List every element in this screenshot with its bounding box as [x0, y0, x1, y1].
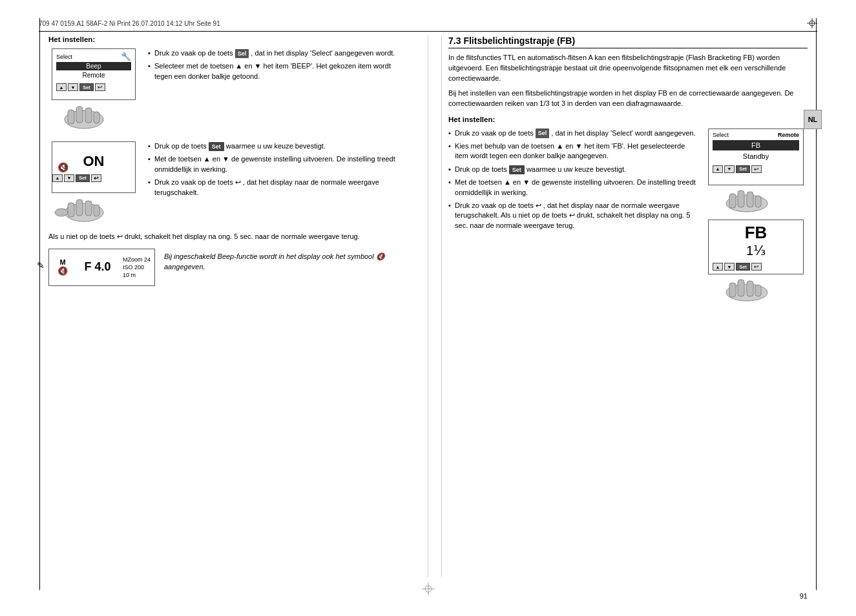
bullet-list-2: Druk op de toets Set waarmee u uw keuze …	[148, 141, 405, 198]
fb-sub-text: 1⅓	[746, 243, 766, 258]
set-btn[interactable]: Set	[79, 83, 94, 91]
bullet-list-1: Druk zo vaak op de toets Sel , dat in he…	[148, 48, 405, 81]
display-select-label: Select	[56, 54, 72, 60]
up-btn-r2[interactable]: ▲	[713, 263, 723, 271]
right-text-col: Druk zo vaak op de toets Sel , dat in he…	[448, 128, 698, 238]
right-section-title: Het instellen:	[448, 116, 808, 123]
note-icon: ✎	[37, 260, 45, 271]
bullet-2-1: Druk op de toets Set waarmee u uw keuze …	[148, 141, 405, 151]
svg-rect-17	[747, 192, 753, 207]
right-section-heading: 7.3 Flitsbelichtingstrapje (FB)	[448, 36, 808, 48]
speaker-icon: 🔇	[57, 162, 68, 172]
right-bullet-1: Druk zo vaak op de toets Sel , dat in he…	[448, 128, 698, 138]
note-italic-text: Bij ingeschakeld Beep-functie wordt in h…	[164, 252, 405, 272]
display-beep-icon: 🔧	[121, 52, 131, 61]
device-diagram-2: 🔇 ON ▲ ▼ Set ↩	[48, 141, 139, 225]
up-arrow-btn-2[interactable]: ▲	[52, 174, 63, 182]
display-beep-item: Beep	[56, 62, 131, 70]
section-number: 7.3 Flitsbelichtingstrapje (FB)	[448, 36, 575, 46]
bullet-1-2: Selecteer met de toetsen ▲ en ▼ het item…	[148, 61, 405, 81]
header-bar: 709 47 0159.A1 58AF-2 Ni Print 26.07.201…	[39, 18, 817, 32]
f40-m-label: M	[59, 258, 65, 266]
right-inner-layout: Druk zo vaak op de toets Sel , dat in he…	[448, 128, 808, 303]
main-content: Het instellen: Select 🔧 Beep Remote ▲	[48, 36, 808, 577]
hand-drawing-r1	[708, 185, 804, 214]
left-bullets-1: Druk zo vaak op de toets Sel , dat in he…	[148, 48, 405, 88]
page-number: 91	[800, 592, 808, 600]
italic-note: Bij ingeschakeld Beep-functie wordt in h…	[164, 249, 405, 272]
up-arrow-btn[interactable]: ▲	[56, 83, 67, 91]
fb-big-text: FB	[745, 223, 767, 243]
display-fb-value: FB 1⅓ ▲ ▼ Set ↩	[708, 220, 804, 274]
f40-speaker: 🔇	[57, 266, 68, 276]
down-btn-r1[interactable]: ▼	[724, 165, 735, 173]
bullet-1-1: Druk zo vaak op de toets Sel , dat in he…	[148, 48, 405, 58]
svg-rect-20	[729, 283, 736, 297]
svg-rect-22	[747, 281, 753, 296]
device-diagram-right-2: FB 1⅓ ▲ ▼ Set ↩	[708, 220, 804, 303]
right-bullet-list: Druk zo vaak op de toets Sel , dat in he…	[448, 128, 698, 231]
svg-rect-16	[738, 190, 744, 207]
down-btn-r2[interactable]: ▼	[724, 263, 735, 271]
svg-rect-11	[85, 201, 92, 216]
left-column: Het instellen: Select 🔧 Beep Remote ▲	[48, 36, 415, 577]
left-section-title: Het instellen:	[48, 36, 405, 43]
hand-drawing-1	[48, 100, 139, 132]
iso-label: ISO 200	[123, 264, 151, 271]
svg-rect-15	[729, 194, 736, 208]
f40-diagram: M 🔇 F 4.0 MZoom 24 ISO 200 10 m	[48, 249, 155, 286]
device-diagram-right-1: Select Remote FB Standby ▲ ▼ Set ↩	[708, 128, 804, 214]
display-select-beep: Select 🔧 Beep Remote ▲ ▼ Set ↩	[52, 48, 136, 100]
right-bullet-4: Met de toetsen ▲ en ▼ de gewenste instel…	[448, 178, 698, 198]
left-note: Als u niet op de toets ↩ drukt, schakelt…	[48, 232, 405, 242]
right-intro-1: In de flitsfuncties TTL en automatisch-f…	[448, 53, 808, 84]
bullet-2-2: Met de toetsen ▲ en ▼ de gewenste instel…	[148, 154, 405, 174]
svg-rect-4	[68, 110, 74, 124]
set-btn-2[interactable]: Set	[76, 174, 90, 182]
down-arrow-btn-2[interactable]: ▼	[64, 174, 74, 182]
up-btn-r1[interactable]: ▲	[713, 165, 723, 173]
svg-rect-6	[85, 108, 92, 123]
svg-rect-9	[68, 203, 74, 217]
enter-btn-r2[interactable]: ↩	[751, 263, 762, 271]
right-bullet-2: Kies met behulp van de toetsen ▲ en ▼ he…	[448, 141, 698, 161]
enter-btn-2[interactable]: ↩	[91, 174, 101, 182]
svg-rect-12	[94, 205, 99, 216]
svg-rect-21	[738, 280, 744, 296]
device-controls-2: ▲ ▼ Set ↩	[52, 174, 135, 182]
right-border	[816, 18, 817, 590]
fb-item: FB	[713, 140, 799, 150]
right-img-col: Select Remote FB Standby ▲ ▼ Set ↩	[704, 128, 808, 303]
page-container: 709 47 0159.A1 58AF-2 Ni Print 26.07.201…	[0, 0, 856, 616]
bullet-2-3: Druk zo vaak op de toets ↩ , dat het dis…	[148, 178, 405, 198]
column-divider	[428, 36, 428, 577]
set-btn-inline-1: Set	[209, 142, 224, 152]
set-btn-r1[interactable]: Set	[736, 165, 750, 173]
svg-rect-10	[76, 200, 83, 216]
device-controls-right-2: ▲ ▼ Set ↩	[713, 263, 799, 271]
enter-btn-r1[interactable]: ↩	[751, 165, 762, 173]
sel-btn-inline-2: Sel	[536, 128, 550, 138]
nl-badge: NL	[804, 110, 822, 129]
enter-btn[interactable]: ↩	[95, 83, 105, 91]
left-bullets-2: Druk op de toets Set waarmee u uw keuze …	[148, 141, 405, 204]
down-arrow-btn[interactable]: ▼	[68, 83, 78, 91]
mzoom-label: MZoom 24	[123, 256, 151, 263]
sel-btn-inline-1: Sel	[235, 49, 249, 59]
svg-rect-18	[755, 196, 761, 207]
distance-label: 10 m	[123, 272, 151, 278]
device-diagram-1: Select 🔧 Beep Remote ▲ ▼ Set ↩	[48, 48, 139, 132]
right-column: NL 7.3 Flitsbelichtingstrapje (FB) In de…	[441, 36, 808, 577]
f40-value: F 4.0	[84, 260, 110, 274]
set-btn-r2[interactable]: Set	[736, 263, 750, 271]
right-intro-2: Bij het instellen van een flitsbelichtin…	[448, 88, 808, 109]
standby-item: Standby	[713, 152, 799, 161]
fb-select-label: Select	[713, 132, 729, 138]
on-text: ON	[83, 153, 105, 170]
display-on: 🔇 ON ▲ ▼ Set ↩	[52, 141, 136, 193]
header-text: 709 47 0159.A1 58AF-2 Ni Print 26.07.201…	[39, 20, 220, 27]
bottom-crosshair	[422, 582, 435, 597]
f40-section: M 🔇 F 4.0 MZoom 24 ISO 200 10 m	[48, 249, 405, 286]
device-controls-1: ▲ ▼ Set ↩	[56, 83, 131, 91]
left-border	[39, 18, 40, 590]
